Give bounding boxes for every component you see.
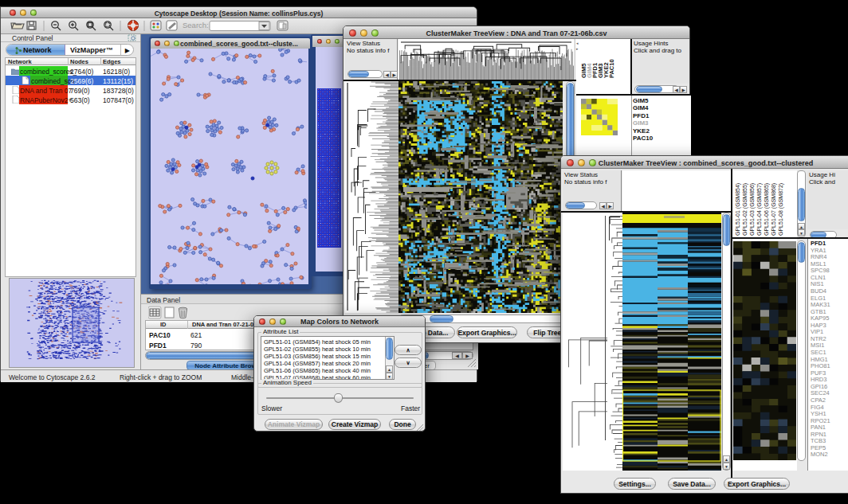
svg-text:GPL51-04 (GSM857): GPL51-04 (GSM857)	[756, 183, 763, 236]
svg-text:GPL51-08 (GSM872): GPL51-08 (GSM872)	[778, 183, 784, 236]
svg-text:GPL51-02 (GSM855): GPL51-02 (GSM855)	[742, 183, 748, 236]
svg-text:GPL51-06 (GSM865): GPL51-06 (GSM865)	[764, 183, 770, 236]
svg-text:GPL51-07 (GSM868): GPL51-07 (GSM868)	[771, 183, 777, 236]
svg-text:GPL51-03 (GSM856): GPL51-03 (GSM856)	[749, 183, 756, 236]
svg-text:Search:: Search:	[183, 21, 209, 29]
svg-text:PAC10: PAC10	[608, 59, 615, 78]
svg-text:GPL51-01 (GSM854): GPL51-01 (GSM854)	[735, 183, 741, 236]
